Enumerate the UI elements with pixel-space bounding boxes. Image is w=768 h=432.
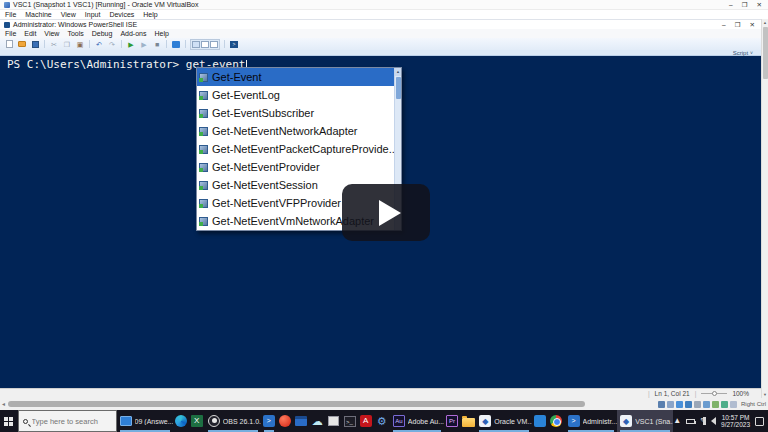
play-icon	[379, 200, 401, 226]
intellisense-item[interactable]: Get-EventSubscriber	[197, 104, 401, 122]
mouse-integration-icon[interactable]	[730, 401, 737, 408]
ise-minimize-button[interactable]: –	[722, 21, 726, 29]
scroll-up-icon[interactable]: ▲	[395, 68, 401, 76]
vbox-maximize-button[interactable]: ❐	[742, 1, 748, 9]
search-input[interactable]	[32, 417, 112, 426]
horizontal-scrollbar-thumb[interactable]	[8, 401, 585, 407]
taskbar-app-window[interactable]	[325, 410, 341, 432]
scroll-left-icon[interactable]: ◄	[1, 401, 6, 407]
paste-icon[interactable]: ▣	[75, 40, 85, 49]
taskbar-app-terminal[interactable]: >_	[341, 410, 357, 432]
taskbar-app-cloud[interactable]: ☁	[309, 410, 325, 432]
network-icon[interactable]	[685, 401, 692, 408]
script-pane-right-icon[interactable]	[201, 41, 209, 48]
zoom-slider-knob[interactable]	[712, 391, 717, 396]
taskbar-app-powershell[interactable]: >	[261, 410, 277, 432]
video-play-overlay[interactable]	[342, 184, 430, 241]
taskbar-app-excel[interactable]: X	[189, 410, 205, 432]
battery-icon[interactable]	[686, 419, 695, 424]
copy-icon[interactable]: ❐	[62, 40, 72, 49]
tray-date: 9/27/2023	[721, 421, 750, 429]
intellisense-item-label: Get-EventSubscriber	[212, 107, 314, 119]
redo-icon[interactable]: ↷	[107, 40, 117, 49]
ise-menu-view[interactable]: View	[44, 30, 59, 37]
usb-icon[interactable]	[694, 401, 701, 408]
ise-menu-help[interactable]: Help	[154, 30, 168, 37]
new-remote-powershell-tab-icon[interactable]	[171, 40, 181, 49]
vertical-scrollbar-thumb[interactable]	[763, 27, 768, 79]
vbox-minimize-button[interactable]: –	[729, 1, 733, 9]
taskbar-app-acrobat[interactable]: A	[358, 410, 374, 432]
cut-icon[interactable]: ✂	[49, 40, 59, 49]
notification-center-icon[interactable]	[755, 417, 764, 426]
taskbar-app-remote-desktop[interactable]	[293, 410, 309, 432]
ise-menu-file[interactable]: File	[5, 30, 16, 37]
display-icon[interactable]	[712, 401, 719, 408]
start-button[interactable]	[0, 410, 18, 432]
scroll-up-icon[interactable]: ▲	[762, 20, 768, 25]
vbox-menu-file[interactable]: File	[5, 11, 16, 18]
intellisense-scrollbar-thumb[interactable]	[396, 77, 401, 99]
start-powershell-exe-icon[interactable]: >	[229, 40, 239, 49]
run-selection-icon[interactable]: ▶	[139, 40, 149, 49]
taskbar-app-audition[interactable]: Au Adobe Au...	[390, 410, 444, 432]
vbox-menu-help[interactable]: Help	[143, 11, 157, 18]
taskbar-app-edge[interactable]	[173, 410, 189, 432]
ise-close-button[interactable]: ✕	[750, 21, 755, 29]
ise-menu-edit[interactable]: Edit	[24, 30, 36, 37]
taskbar-app-vscode[interactable]	[532, 410, 548, 432]
stop-operation-icon[interactable]: ■	[152, 40, 162, 49]
save-script-icon[interactable]	[30, 40, 40, 49]
script-pane-maximized-icon[interactable]	[210, 41, 218, 48]
taskbar-app-settings[interactable]: ⚙	[374, 410, 390, 432]
taskbar-app-administrator[interactable]: > Administr...	[565, 410, 618, 432]
taskbar-app-virtualbox[interactable]: ◆ Oracle VM...	[476, 410, 532, 432]
scroll-down-icon[interactable]: ▼	[762, 392, 768, 397]
hard-disk-icon[interactable]	[658, 401, 665, 408]
vbox-close-button[interactable]: ✕	[757, 1, 762, 9]
ise-maximize-button[interactable]: ❐	[735, 21, 741, 29]
run-script-icon[interactable]: ▶	[126, 40, 136, 49]
taskbar-app-chrome[interactable]	[548, 410, 564, 432]
script-pane-toggle[interactable]: Script	[733, 50, 748, 56]
vbox-menu-devices[interactable]: Devices	[109, 11, 134, 18]
optical-drive-icon[interactable]	[667, 401, 674, 408]
zoom-slider[interactable]	[701, 393, 727, 394]
vbox-menu-input[interactable]: Input	[85, 11, 101, 18]
ise-menu-tools[interactable]: Tools	[67, 30, 83, 37]
intellisense-item[interactable]: Get-NetEventProvider	[197, 158, 401, 176]
vm-horizontal-scrollbar[interactable]: ◄	[0, 398, 595, 410]
recording-icon[interactable]	[721, 401, 728, 408]
intellisense-item[interactable]: Get-NetEventNetworkAdapter	[197, 122, 401, 140]
intellisense-item[interactable]: Get-NetEventPacketCaptureProvide...	[197, 140, 401, 158]
open-script-icon[interactable]	[17, 40, 27, 49]
tray-expand-icon[interactable]: ▲	[673, 416, 681, 426]
vm-vertical-scrollbar[interactable]: ▲ ▼	[761, 19, 768, 398]
vbox-menu-view[interactable]: View	[61, 11, 76, 18]
audio-icon[interactable]	[676, 401, 683, 408]
taskbar-app-premiere[interactable]: Pr	[444, 410, 460, 432]
ise-menu-addons[interactable]: Add-ons	[120, 30, 146, 37]
windows-logo-icon	[4, 417, 13, 426]
taskbar-app-vsc1[interactable]: ◆ VSC1 (Sna...	[617, 410, 673, 432]
taskbar-app-answers[interactable]: 09 (Answe...	[117, 410, 173, 432]
script-pane-top-icon[interactable]	[192, 41, 200, 48]
taskbar-app-obs[interactable]: OBS 26.1.0...	[205, 410, 261, 432]
taskbar-app-red-orb[interactable]	[277, 410, 293, 432]
speaker-icon[interactable]	[711, 417, 716, 425]
terminal-icon: >_	[344, 416, 356, 427]
tray-clock[interactable]: 10:57 PM 9/27/2023	[721, 414, 750, 429]
ise-statusbar: | Ln 1, Col 21 | 100%	[0, 388, 761, 398]
ise-toolbar: ✂ ❐ ▣ ↶ ↷ ▶ ▶ ■ >	[0, 38, 761, 50]
intellisense-item[interactable]: Get-Event	[197, 68, 401, 86]
undo-icon[interactable]: ↶	[94, 40, 104, 49]
script-pane-layout-group	[190, 39, 220, 50]
taskbar-search[interactable]	[18, 410, 117, 432]
shared-folders-icon[interactable]	[703, 401, 710, 408]
vbox-menu-machine[interactable]: Machine	[25, 11, 51, 18]
taskbar-app-file-explorer[interactable]	[460, 410, 476, 432]
ise-menu-debug[interactable]: Debug	[92, 30, 113, 37]
new-script-icon[interactable]	[4, 40, 14, 49]
powershell-icon: >	[263, 415, 275, 427]
intellisense-item[interactable]: Get-EventLog	[197, 86, 401, 104]
